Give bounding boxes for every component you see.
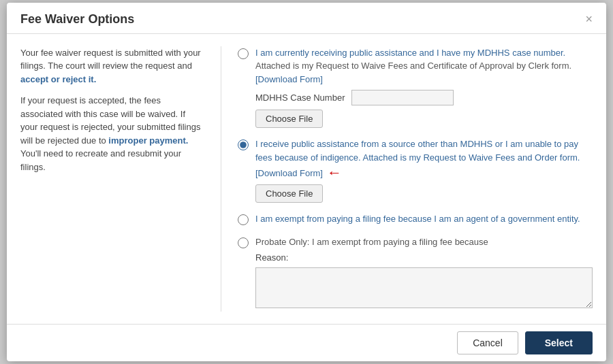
left-paragraph-2: If your request is accepted, the fees as… bbox=[20, 94, 204, 173]
dialog-body: Your fee waiver request is submitted wit… bbox=[7, 34, 606, 325]
cancel-button[interactable]: Cancel bbox=[457, 331, 518, 354]
option-radio-4[interactable] bbox=[238, 237, 249, 248]
choose-file-button-1[interactable]: Choose File bbox=[255, 110, 323, 128]
dialog-header: Fee Waiver Options × bbox=[7, 3, 606, 34]
option-content-4: Probate Only: I am exempt from paying a … bbox=[255, 235, 593, 312]
right-panel: I am currently receiving public assistan… bbox=[238, 46, 593, 312]
reason-label: Reason: bbox=[255, 251, 593, 265]
option-row-2: I receive public assistance from a sourc… bbox=[238, 137, 593, 203]
case-number-label: MDHHS Case Number bbox=[255, 91, 345, 105]
left-paragraph-1: Your fee waiver request is submitted wit… bbox=[20, 46, 204, 86]
option-1-download-link[interactable]: [Download Form] bbox=[255, 74, 323, 84]
option-radio-1[interactable] bbox=[238, 48, 249, 59]
reason-field: Reason: bbox=[255, 251, 593, 312]
dialog-title: Fee Waiver Options bbox=[20, 12, 134, 27]
case-number-field: MDHHS Case Number bbox=[255, 90, 593, 105]
option-content-2: I receive public assistance from a sourc… bbox=[255, 137, 593, 203]
select-button[interactable]: Select bbox=[525, 331, 593, 354]
reason-textarea[interactable] bbox=[255, 267, 593, 308]
red-arrow-icon: ← bbox=[327, 165, 342, 180]
option-row-4: Probate Only: I am exempt from paying a … bbox=[238, 235, 593, 312]
option-4-text: Probate Only: I am exempt from paying a … bbox=[255, 237, 488, 247]
close-button[interactable]: × bbox=[585, 13, 593, 25]
option-row-1: I am currently receiving public assistan… bbox=[238, 46, 593, 129]
case-number-input[interactable] bbox=[351, 90, 454, 105]
vertical-divider bbox=[221, 46, 221, 312]
option-content-3: I am exempt from paying a filing fee bec… bbox=[255, 212, 593, 226]
option-2-download-link[interactable]: [Download Form] bbox=[255, 167, 323, 180]
option-radio-2[interactable] bbox=[238, 139, 249, 150]
fee-waiver-dialog: Fee Waiver Options × Your fee waiver req… bbox=[7, 3, 606, 362]
option-3-text: I am exempt from paying a filing fee bec… bbox=[255, 214, 580, 224]
left-panel: Your fee waiver request is submitted wit… bbox=[20, 46, 204, 312]
option-row-3: I am exempt from paying a filing fee bec… bbox=[238, 212, 593, 226]
option-content-1: I am currently receiving public assistan… bbox=[255, 46, 593, 129]
choose-file-button-2[interactable]: Choose File bbox=[255, 184, 323, 203]
option-1-text-blue: I am currently receiving public assistan… bbox=[255, 48, 565, 58]
option-1-text-normal: Attached is my Request to Waive Fees and… bbox=[255, 61, 571, 71]
arrow-container: [Download Form] ← bbox=[255, 165, 593, 180]
option-2-text-blue: I receive public assistance from a sourc… bbox=[255, 139, 580, 163]
option-radio-3[interactable] bbox=[238, 214, 249, 225]
dialog-footer: Cancel Select bbox=[7, 324, 606, 361]
